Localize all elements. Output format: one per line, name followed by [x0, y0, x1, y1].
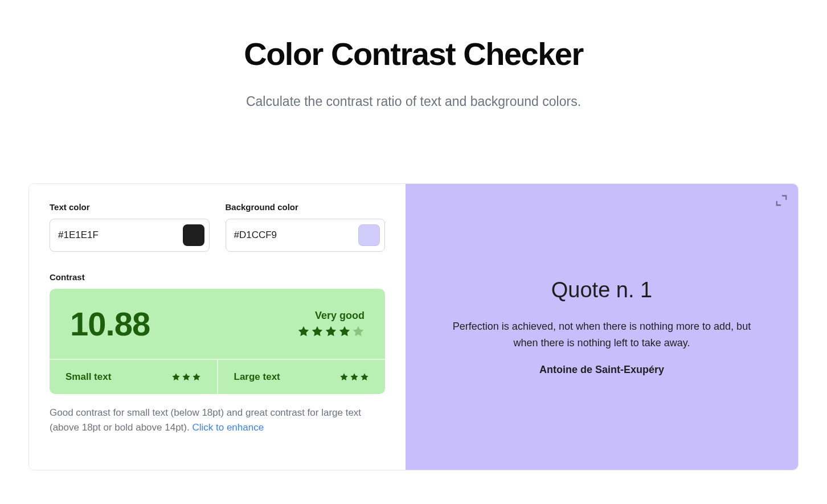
background-color-swatch[interactable] [358, 224, 380, 246]
expand-icon[interactable] [775, 194, 788, 207]
quote-author: Antoine de Saint-Exupéry [539, 364, 664, 376]
large-text-result: Large text [218, 360, 386, 394]
preview-panel: Quote n. 1 Perfection is achieved, not w… [406, 184, 798, 470]
background-color-label: Background color [226, 202, 386, 212]
large-text-stars [339, 372, 369, 382]
star-icon [182, 372, 191, 382]
text-color-input-wrapper [50, 219, 210, 252]
star-icon [360, 372, 369, 382]
background-color-group: Background color [226, 202, 386, 252]
controls-panel: Text color Background color Contrast 10.… [29, 184, 406, 470]
rating-text: Very good [297, 310, 365, 322]
contrast-box: 10.88 Very good Small text Large text [50, 289, 385, 394]
star-icon [352, 325, 365, 338]
background-color-input-wrapper [226, 219, 386, 252]
page-subtitle: Calculate the contrast ratio of text and… [0, 94, 827, 109]
star-icon [192, 372, 201, 382]
text-color-input[interactable] [58, 230, 183, 241]
contrast-description: Good contrast for small text (below 18pt… [50, 405, 385, 436]
star-icon [325, 325, 337, 338]
large-text-label: Large text [234, 371, 280, 383]
main-panel: Text color Background color Contrast 10.… [28, 183, 799, 470]
contrast-ratio: 10.88 [70, 305, 150, 343]
text-color-group: Text color [50, 202, 210, 252]
text-color-swatch[interactable] [183, 224, 204, 246]
text-color-label: Text color [50, 202, 210, 212]
quote-title: Quote n. 1 [551, 278, 652, 302]
contrast-main: 10.88 Very good [50, 289, 385, 359]
star-icon [338, 325, 351, 338]
background-color-input[interactable] [234, 230, 359, 241]
small-text-label: Small text [65, 371, 111, 383]
star-icon [311, 325, 324, 338]
enhance-link[interactable]: Click to enhance [192, 422, 264, 433]
main-stars [297, 325, 365, 338]
contrast-section: Contrast 10.88 Very good Small text Lar [50, 272, 385, 436]
small-text-stars [171, 372, 201, 382]
star-icon [297, 325, 310, 338]
contrast-rating: Very good [297, 310, 365, 338]
star-icon [339, 372, 349, 382]
star-icon [350, 372, 359, 382]
small-text-result: Small text [50, 360, 218, 394]
quote-text: Perfection is achieved, not when there i… [443, 318, 762, 351]
contrast-label: Contrast [50, 272, 385, 282]
page-title: Color Contrast Checker [0, 35, 827, 72]
star-icon [171, 372, 181, 382]
